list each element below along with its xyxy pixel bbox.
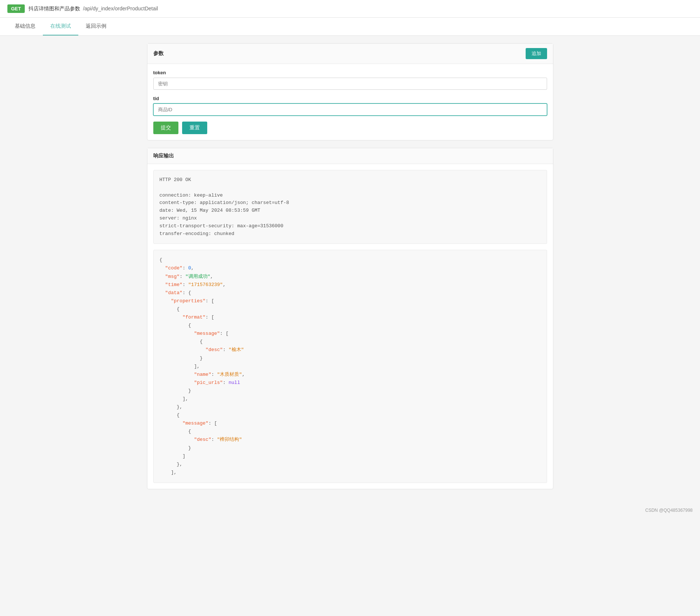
tab-bar: 基础信息 在线测试 返回示例 (0, 18, 700, 36)
param-tid-group: tid (153, 96, 547, 116)
api-path: /api/dy_index/orderProductDetail (83, 6, 158, 11)
method-badge: GET (7, 4, 25, 13)
params-card: 参数 追加 token tid 提交 重置 (147, 43, 553, 140)
response-header: 响应输出 (147, 148, 553, 164)
param-token-label: token (153, 70, 547, 75)
submit-button[interactable]: 提交 (153, 122, 178, 134)
api-title: 抖店详情图和产品参数 /api/dy_index/orderProductDet… (28, 6, 158, 12)
main-content: 参数 追加 token tid 提交 重置 响应输出 (140, 36, 561, 504)
tab-basic[interactable]: 基础信息 (7, 18, 43, 35)
json-response-block: { "code": 0, "msg": "调用成功", "time": "171… (153, 250, 547, 483)
tab-test[interactable]: 在线测试 (43, 18, 78, 35)
params-title: 参数 (153, 50, 164, 57)
params-header: 参数 追加 (147, 44, 553, 64)
http-headers-block: HTTP 200 OK connection: keep-alive conte… (153, 170, 547, 244)
params-body: token tid 提交 重置 (147, 64, 553, 140)
button-row: 提交 重置 (153, 122, 547, 134)
add-button[interactable]: 追加 (526, 48, 547, 59)
footer: CSDN @QQ485367998 (0, 504, 700, 517)
footer-text: CSDN @QQ485367998 (645, 508, 693, 513)
param-token-group: token (153, 70, 547, 90)
param-tid-label: tid (153, 96, 547, 101)
top-bar: GET 抖店详情图和产品参数 /api/dy_index/orderProduc… (0, 0, 700, 18)
param-token-input[interactable] (153, 78, 547, 90)
response-title: 响应输出 (153, 153, 174, 159)
api-title-text: 抖店详情图和产品参数 (28, 6, 80, 11)
param-tid-input[interactable] (153, 103, 547, 116)
response-card: 响应输出 HTTP 200 OK connection: keep-alive … (147, 148, 553, 489)
tab-example[interactable]: 返回示例 (78, 18, 114, 35)
reset-button[interactable]: 重置 (182, 122, 207, 134)
